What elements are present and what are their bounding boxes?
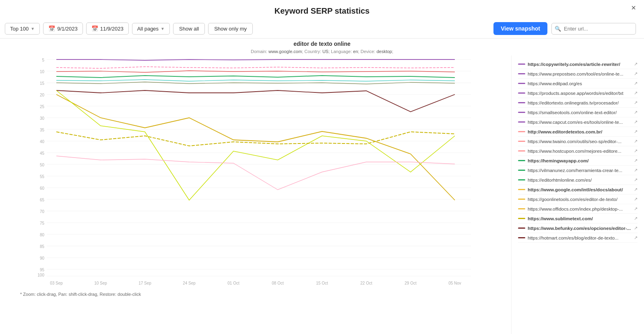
svg-text:70: 70: [40, 209, 45, 214]
external-link-icon[interactable]: ↗: [634, 168, 638, 173]
svg-text:65: 65: [40, 198, 45, 202]
legend-color-line: [518, 208, 525, 209]
legend-url-text: https://editorhtmlonline.com/es/: [528, 178, 632, 182]
legend-item[interactable]: https://www.hostcupon.com/mejores-editor…: [518, 146, 638, 156]
external-link-icon[interactable]: ↗: [634, 71, 638, 76]
legend-color-line: [518, 131, 525, 132]
svg-text:03 Sep: 03 Sep: [50, 281, 63, 285]
line-volatile-yellow: [56, 90, 455, 200]
all-pages-label: All pages: [137, 26, 159, 32]
legend-color-line: [518, 102, 525, 103]
all-pages-chevron-icon: ▼: [161, 27, 165, 31]
legend-url-text: https://hotmart.com/es/blog/editor-de-te…: [528, 236, 632, 240]
line-befunky: [56, 90, 455, 112]
legend-color-line: [518, 170, 525, 171]
external-link-icon[interactable]: ↗: [634, 100, 638, 105]
legend-color-line: [518, 121, 525, 123]
line-hemingway: [56, 76, 455, 78]
view-snapshot-button[interactable]: View snapshot: [493, 22, 547, 35]
search-url-input[interactable]: [551, 23, 636, 35]
legend-item[interactable]: https://www.prepostseo.com/tool/es/onlin…: [518, 69, 638, 79]
legend-item[interactable]: https://smallseotools.com/online-text-ed…: [518, 108, 638, 117]
calendar-end-icon: 📅: [91, 25, 98, 32]
external-link-icon[interactable]: ↗: [634, 225, 638, 231]
external-link-icon[interactable]: ↗: [634, 148, 638, 154]
close-button[interactable]: ×: [630, 3, 638, 12]
show-only-my-button[interactable]: Show only my: [208, 23, 253, 35]
legend-item[interactable]: https://www.google.com/intl/es/docs/abou…: [518, 185, 638, 195]
legend-color-line: [518, 92, 525, 94]
legend-color-line: [518, 73, 525, 74]
external-link-icon[interactable]: ↗: [634, 81, 638, 86]
external-link-icon[interactable]: ↗: [634, 187, 638, 192]
external-link-icon[interactable]: ↗: [634, 110, 638, 115]
legend-item[interactable]: https://www.befunky.com/es/opciones/edit…: [518, 223, 638, 233]
view-snapshot-label: View snapshot: [501, 25, 540, 32]
svg-text:55: 55: [40, 174, 45, 179]
legend-item[interactable]: https://vilmanunez.com/herramienta-crear…: [518, 166, 638, 175]
svg-text:60: 60: [40, 186, 45, 191]
calendar-start-icon: 📅: [48, 25, 55, 32]
legend-item[interactable]: https://hotmart.com/es/blog/editor-de-te…: [518, 233, 638, 243]
svg-text:90: 90: [40, 256, 45, 260]
legend-item[interactable]: http://www.editordetextos.com.br/↗: [518, 127, 638, 137]
legend-color-line: [518, 64, 525, 65]
svg-text:15 Oct: 15 Oct: [316, 281, 328, 285]
external-link-icon[interactable]: ↗: [634, 158, 638, 163]
legend-item[interactable]: https://goonlinetools.com/es/editor-de-t…: [518, 195, 638, 204]
legend-url-text: https://copywritely.com/es/article-rewri…: [528, 62, 632, 67]
line-copywritely: [56, 59, 455, 60]
top100-dropdown[interactable]: Top 100 ▼: [5, 23, 40, 35]
date-start-value: 9/1/2023: [57, 26, 78, 32]
serp-chart[interactable]: 5 10 15 20 25 30 35 40 45 50 55 60 65 70…: [0, 55, 507, 289]
all-pages-dropdown[interactable]: All pages ▼: [132, 23, 170, 35]
legend-color-line: [518, 179, 525, 180]
svg-text:15: 15: [40, 81, 45, 86]
external-link-icon[interactable]: ↗: [634, 139, 638, 144]
svg-text:45: 45: [40, 151, 45, 156]
date-start-picker[interactable]: 📅 9/1/2023: [43, 23, 83, 35]
external-link-icon[interactable]: ↗: [634, 206, 638, 211]
legend-item[interactable]: https://products.aspose.app/words/es/edi…: [518, 88, 638, 98]
legend-item[interactable]: https://editortexto.onlinegratis.tv/proc…: [518, 98, 638, 108]
show-all-button[interactable]: Show all: [173, 23, 205, 35]
legend-item[interactable]: https://hemingwayapp.com/↗: [518, 156, 638, 166]
legend-item[interactable]: https://copywritely.com/es/article-rewri…: [518, 59, 638, 69]
date-end-picker[interactable]: 📅 11/9/2023: [86, 23, 129, 35]
svg-text:17 Sep: 17 Sep: [138, 281, 151, 285]
chart-hint: * Zoom: click-drag, Pan: shift-click-dra…: [0, 290, 507, 298]
chart-country: US: [322, 49, 328, 54]
legend-item[interactable]: https://www.twaino.com/outils/seo-sp/edi…: [518, 137, 638, 146]
legend-url-text: https://goonlinetools.com/es/editor-de-t…: [528, 197, 632, 202]
svg-text:05 Nov: 05 Nov: [448, 281, 461, 285]
external-link-icon[interactable]: ↗: [634, 197, 638, 202]
line-googledocs: [56, 94, 455, 200]
legend-item[interactable]: https://www.capcut.com/es-es/tools/onlin…: [518, 117, 638, 127]
show-only-my-label: Show only my: [214, 26, 247, 32]
legend-url-text: https://hemingwayapp.com/: [528, 158, 632, 163]
search-icon: 🔍: [555, 26, 561, 32]
legend-item[interactable]: https://www.sublimetext.com/↗: [518, 214, 638, 223]
external-link-icon[interactable]: ↗: [634, 235, 638, 240]
legend-item[interactable]: https://www.offidocs.com/index.php/deskt…: [518, 204, 638, 214]
external-link-icon[interactable]: ↗: [634, 61, 638, 67]
legend-url-text: https://www.befunky.com/es/opciones/edit…: [528, 226, 632, 231]
external-link-icon[interactable]: ↗: [634, 177, 638, 182]
external-link-icon[interactable]: ↗: [634, 90, 638, 96]
legend-url-text: http://www.editordetextos.com.br/: [528, 129, 632, 134]
legend-color-line: [518, 141, 525, 142]
top100-chevron-icon: ▼: [31, 27, 35, 31]
svg-text:40: 40: [40, 139, 45, 144]
legend-item[interactable]: https://editorhtmlonline.com/es/↗: [518, 175, 638, 185]
svg-text:30: 30: [40, 116, 45, 121]
external-link-icon[interactable]: ↗: [634, 216, 638, 221]
top100-label: Top 100: [10, 26, 29, 32]
show-all-label: Show all: [179, 26, 199, 32]
svg-text:80: 80: [40, 233, 45, 237]
external-link-icon[interactable]: ↗: [634, 119, 638, 125]
legend-url-text: https://vilmanunez.com/herramienta-crear…: [528, 168, 632, 173]
legend-item[interactable]: https://www.editpad.org/es↗: [518, 79, 638, 88]
external-link-icon[interactable]: ↗: [634, 129, 638, 134]
legend-url-text: https://www.editpad.org/es: [528, 81, 632, 86]
chart-domain: www.google.com: [268, 49, 302, 54]
